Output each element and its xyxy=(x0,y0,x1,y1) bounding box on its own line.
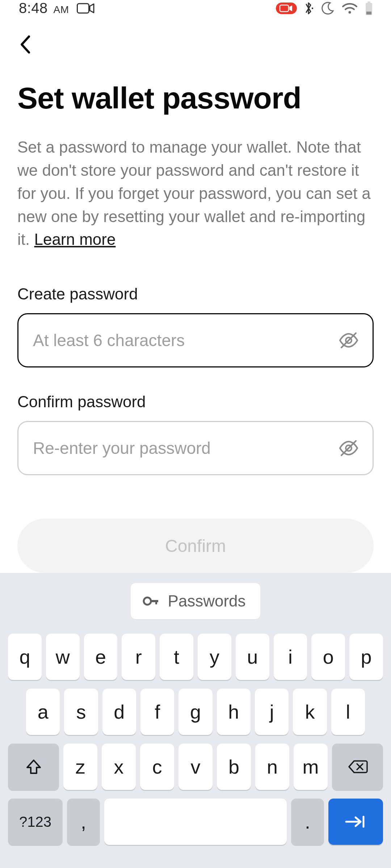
key-enter[interactable] xyxy=(328,799,383,845)
system-nav-bar xyxy=(0,855,391,868)
keyboard-row-4: ?123 , . xyxy=(8,799,383,845)
key-space[interactable] xyxy=(104,799,287,845)
svg-point-2 xyxy=(312,7,313,9)
key-m[interactable]: m xyxy=(294,744,328,790)
svg-rect-6 xyxy=(366,12,371,14)
key-x[interactable]: x xyxy=(102,744,136,790)
svg-rect-1 xyxy=(280,5,289,12)
key-symbols[interactable]: ?123 xyxy=(8,799,63,845)
key-c[interactable]: c xyxy=(140,744,174,790)
keyboard: q w e r t y u i o p a s d f g h j k l z xyxy=(0,627,391,855)
create-password-field-wrap[interactable] xyxy=(17,313,374,367)
key-j[interactable]: j xyxy=(255,689,289,735)
key-z[interactable]: z xyxy=(63,744,97,790)
recording-badge xyxy=(276,3,297,14)
tab-arrow-icon xyxy=(344,814,367,829)
key-w[interactable]: w xyxy=(46,634,80,680)
battery-icon xyxy=(364,1,374,16)
key-k[interactable]: k xyxy=(293,689,327,735)
status-time-hhmm: 8:48 xyxy=(19,0,48,16)
key-shift[interactable] xyxy=(8,744,59,790)
keyboard-row-1: q w e r t y u i o p xyxy=(8,634,383,680)
keyboard-row-3: z x c v b n m xyxy=(8,744,383,790)
svg-rect-5 xyxy=(367,1,370,3)
backspace-icon xyxy=(348,760,368,774)
keyboard-suggestion-row: Passwords xyxy=(0,583,391,627)
key-icon xyxy=(142,592,159,610)
svg-rect-13 xyxy=(155,600,157,604)
key-n[interactable]: n xyxy=(255,744,289,790)
key-b[interactable]: b xyxy=(217,744,251,790)
key-a[interactable]: a xyxy=(26,689,60,735)
eye-off-icon xyxy=(338,437,360,459)
confirm-button[interactable]: Confirm xyxy=(17,519,374,573)
status-right xyxy=(276,1,374,16)
key-period[interactable]: . xyxy=(291,799,324,845)
key-i[interactable]: i xyxy=(274,634,307,680)
video-icon xyxy=(77,3,95,14)
key-v[interactable]: v xyxy=(178,744,213,790)
key-y[interactable]: y xyxy=(198,634,231,680)
key-s[interactable]: s xyxy=(64,689,98,735)
page-title: Set wallet password xyxy=(17,82,374,114)
bluetooth-icon xyxy=(303,1,314,16)
key-comma[interactable]: , xyxy=(67,799,100,845)
confirm-password-field-wrap[interactable] xyxy=(17,421,374,475)
chevron-left-icon xyxy=(18,34,33,55)
toggle-create-password-visibility[interactable] xyxy=(334,326,363,355)
passwords-suggestion[interactable]: Passwords xyxy=(131,583,260,619)
status-time: 8:48 AM xyxy=(19,0,69,16)
moon-icon xyxy=(320,1,335,16)
key-l[interactable]: l xyxy=(331,689,365,735)
key-h[interactable]: h xyxy=(217,689,251,735)
key-q[interactable]: q xyxy=(8,634,42,680)
status-bar: 8:48 AM xyxy=(0,0,391,16)
key-t[interactable]: t xyxy=(160,634,193,680)
svg-rect-0 xyxy=(77,4,89,13)
create-password-label: Create password xyxy=(17,285,374,303)
create-password-input[interactable] xyxy=(33,331,334,350)
eye-off-icon xyxy=(338,329,360,351)
toggle-confirm-password-visibility[interactable] xyxy=(334,434,363,463)
back-button[interactable] xyxy=(14,34,36,55)
confirm-password-label: Confirm password xyxy=(17,393,374,411)
status-time-ampm: AM xyxy=(53,4,69,15)
learn-more-link[interactable]: Learn more xyxy=(34,230,115,248)
key-o[interactable]: o xyxy=(311,634,345,680)
page-content: Set wallet password Set a password to ma… xyxy=(0,16,391,573)
shift-icon xyxy=(26,758,42,775)
page-description: Set a password to manage your wallet. No… xyxy=(17,136,374,251)
key-u[interactable]: u xyxy=(236,634,269,680)
key-f[interactable]: f xyxy=(140,689,174,735)
key-r[interactable]: r xyxy=(122,634,155,680)
confirm-password-input[interactable] xyxy=(33,438,334,458)
status-left: 8:48 AM xyxy=(19,0,95,16)
svg-point-3 xyxy=(349,11,351,13)
key-p[interactable]: p xyxy=(349,634,383,680)
key-backspace[interactable] xyxy=(332,744,383,790)
keyboard-area: Passwords q w e r t y u i o p a s d f g … xyxy=(0,573,391,868)
key-d[interactable]: d xyxy=(102,689,136,735)
key-g[interactable]: g xyxy=(178,689,212,735)
keyboard-row-2: a s d f g h j k l xyxy=(8,689,383,735)
passwords-suggestion-label: Passwords xyxy=(168,592,245,610)
wifi-icon xyxy=(342,2,358,14)
svg-point-11 xyxy=(144,597,151,605)
key-e[interactable]: e xyxy=(84,634,118,680)
